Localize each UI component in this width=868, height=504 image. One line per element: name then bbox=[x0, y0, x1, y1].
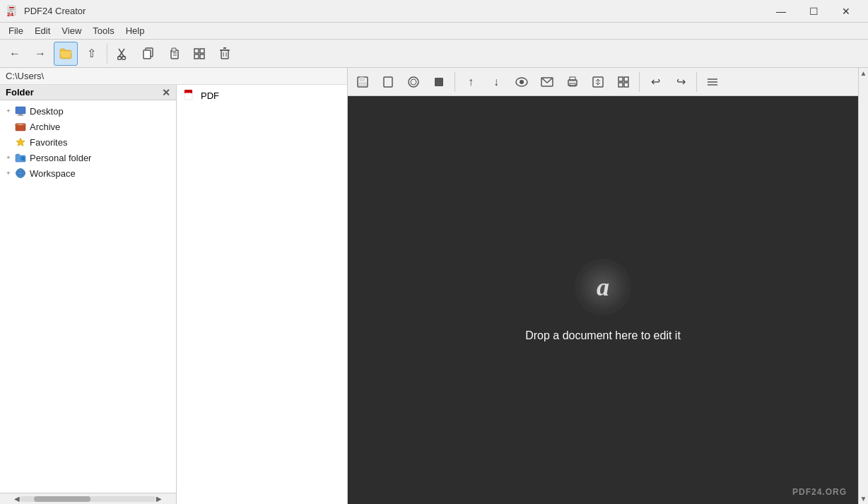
title-bar: 24 PDF24 Creator — ☐ ✕ bbox=[0, 0, 868, 23]
open-folder-button[interactable] bbox=[54, 42, 78, 66]
maximize-button[interactable]: ☐ bbox=[797, 0, 830, 23]
svg-point-33 bbox=[16, 169, 25, 178]
cut-button[interactable] bbox=[111, 42, 135, 66]
svg-rect-40 bbox=[360, 77, 364, 81]
paste-button[interactable] bbox=[162, 42, 186, 66]
editor-move-down-button[interactable]: ↓ bbox=[484, 70, 508, 94]
grid-view-button[interactable] bbox=[187, 42, 211, 66]
svg-point-47 bbox=[520, 80, 524, 84]
editor-sep-2 bbox=[639, 72, 640, 92]
svg-rect-42 bbox=[384, 77, 392, 87]
app-icon: 24 bbox=[6, 4, 20, 18]
svg-rect-29 bbox=[18, 124, 23, 125]
svg-rect-15 bbox=[194, 49, 199, 53]
folder-header: Folder ✕ bbox=[0, 85, 176, 100]
forward-button[interactable]: → bbox=[28, 42, 52, 66]
svg-point-44 bbox=[411, 79, 416, 85]
editor-print-button[interactable] bbox=[561, 70, 585, 94]
svg-point-7 bbox=[118, 56, 122, 59]
close-panel-button[interactable]: ✕ bbox=[162, 88, 170, 98]
editor-area: ↑ ↓ bbox=[348, 68, 858, 504]
svg-rect-55 bbox=[624, 77, 628, 81]
menu-edit[interactable]: Edit bbox=[29, 24, 56, 37]
editor-sep-3 bbox=[696, 72, 697, 92]
workspace-label: Workspace bbox=[30, 168, 76, 179]
svg-rect-24 bbox=[16, 107, 25, 114]
editor-grid-button[interactable] bbox=[611, 70, 635, 94]
folder-title: Folder bbox=[6, 87, 34, 98]
right-scrollbar[interactable]: ▲ ▼ bbox=[858, 68, 868, 504]
drop-zone[interactable]: a Drop a document here to edit it bbox=[348, 96, 858, 504]
tree-item-favorites[interactable]: Favorites bbox=[0, 134, 176, 150]
delete-button[interactable] bbox=[213, 42, 237, 66]
menu-tools[interactable]: Tools bbox=[87, 24, 119, 37]
close-button[interactable]: ✕ bbox=[830, 0, 862, 23]
back-button[interactable]: ← bbox=[3, 42, 27, 66]
workspace-icon bbox=[14, 167, 27, 180]
svg-rect-56 bbox=[618, 83, 623, 87]
scroll-down-arrow[interactable]: ▼ bbox=[860, 495, 867, 503]
tree-item-archive[interactable]: Archive bbox=[0, 119, 176, 134]
svg-rect-17 bbox=[194, 54, 199, 59]
tree-item-personal[interactable]: + 👤 Personal folder bbox=[0, 150, 176, 165]
file-item-pdf[interactable]: PDF PDF bbox=[180, 88, 344, 103]
drop-icon-letter: a bbox=[597, 272, 609, 302]
expander-personal[interactable]: + bbox=[3, 152, 14, 163]
tree-item-workspace[interactable]: + Workspace bbox=[0, 165, 176, 181]
scroll-left[interactable]: ◀ bbox=[14, 495, 20, 503]
up-button[interactable]: ⇧ bbox=[79, 42, 103, 66]
scroll-up-arrow[interactable]: ▲ bbox=[860, 69, 867, 77]
file-panel: PDF PDF bbox=[177, 85, 347, 504]
pdf-file-icon: PDF bbox=[182, 88, 197, 102]
drop-icon-container: a bbox=[575, 259, 631, 315]
editor-merge-button[interactable] bbox=[401, 70, 426, 94]
svg-rect-19 bbox=[221, 50, 228, 59]
favorites-label: Favorites bbox=[30, 137, 67, 148]
branding: PDF24.ORG bbox=[792, 487, 847, 497]
svg-point-8 bbox=[122, 56, 126, 59]
editor-menu-button[interactable] bbox=[700, 70, 725, 94]
personal-folder-icon: 👤 bbox=[14, 151, 27, 164]
copy-button[interactable] bbox=[136, 42, 160, 66]
desktop-label: Desktop bbox=[30, 106, 64, 117]
editor-compress-button[interactable] bbox=[586, 70, 610, 94]
branding-text: PDF24.ORG bbox=[792, 487, 847, 497]
tree-panel: Folder ✕ + bbox=[0, 85, 177, 504]
svg-rect-1 bbox=[9, 7, 14, 8]
path-bar: C:\Users\ bbox=[0, 68, 347, 85]
editor-new-page-button[interactable] bbox=[376, 70, 400, 94]
menu-view[interactable]: View bbox=[56, 24, 87, 37]
menu-file[interactable]: File bbox=[3, 24, 29, 37]
expander-archive bbox=[3, 121, 14, 132]
editor-preview-button[interactable] bbox=[510, 70, 534, 94]
editor-sep-1 bbox=[454, 72, 455, 92]
editor-move-up-button[interactable]: ↑ bbox=[459, 70, 483, 94]
scrollbar-track[interactable] bbox=[20, 496, 156, 502]
h-scrollbar: ◀ ▶ bbox=[0, 493, 176, 504]
editor-redo-button[interactable]: ↪ bbox=[669, 70, 693, 94]
expander-favorites bbox=[3, 136, 14, 148]
pdf-label: PDF bbox=[201, 90, 219, 101]
tree-view: + Desktop bbox=[0, 100, 176, 493]
editor-save-button[interactable] bbox=[351, 70, 375, 94]
expander-workspace[interactable]: + bbox=[3, 168, 14, 179]
svg-rect-45 bbox=[435, 78, 443, 86]
main-content: C:\Users\ Folder ✕ + bbox=[0, 68, 868, 504]
minimize-button[interactable]: — bbox=[765, 0, 797, 23]
expander-desktop[interactable]: + bbox=[3, 105, 14, 117]
svg-rect-10 bbox=[143, 50, 151, 59]
app-title: PDF24 Creator bbox=[24, 6, 765, 16]
svg-rect-12 bbox=[172, 48, 176, 52]
tree-item-desktop[interactable]: + Desktop bbox=[0, 103, 176, 119]
svg-rect-16 bbox=[200, 49, 204, 53]
svg-marker-30 bbox=[16, 138, 25, 146]
svg-rect-25 bbox=[18, 114, 23, 115]
menu-bar: File Edit View Tools Help bbox=[0, 23, 868, 40]
scroll-right[interactable]: ▶ bbox=[156, 495, 162, 503]
scrollbar-thumb[interactable] bbox=[34, 496, 90, 502]
menu-help[interactable]: Help bbox=[120, 24, 151, 37]
editor-email-button[interactable] bbox=[535, 70, 559, 94]
editor-undo-button[interactable]: ↩ bbox=[643, 70, 667, 94]
svg-text:24: 24 bbox=[7, 11, 13, 18]
editor-extract-button[interactable] bbox=[427, 70, 451, 94]
